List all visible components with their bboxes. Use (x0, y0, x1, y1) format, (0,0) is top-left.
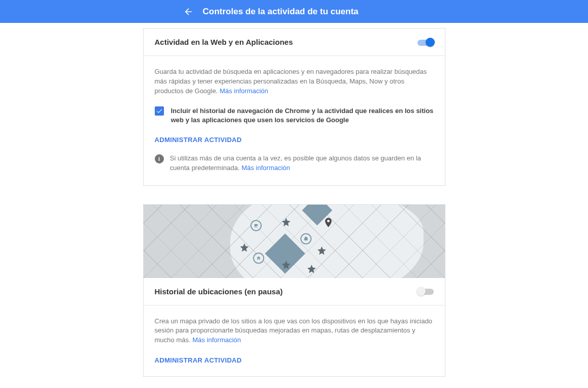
multi-account-note-link[interactable]: Más información (241, 164, 290, 172)
location-history-title: Historial de ubicaciones (en pausa) (155, 287, 283, 296)
map-illustration (144, 205, 445, 278)
multi-account-note-text: Si utilizas más de una cuenta a la vez, … (170, 154, 422, 172)
location-history-more-info-link[interactable]: Más información (192, 336, 241, 344)
location-history-header: Historial de ubicaciones (en pausa) (144, 278, 445, 306)
back-arrow-icon[interactable] (183, 7, 193, 17)
home-icon (253, 253, 264, 264)
web-activity-manage-link[interactable]: ADMINISTRAR ACTIVIDAD (155, 136, 434, 144)
web-activity-title: Actividad en la Web y en Aplicaciones (155, 38, 293, 46)
location-history-card: Historial de ubicaciones (en pausa) Crea… (143, 204, 445, 377)
web-activity-more-info-link[interactable]: Más información (219, 87, 268, 95)
web-activity-toggle[interactable] (417, 39, 434, 46)
web-activity-header: Actividad en la Web y en Aplicaciones (144, 29, 445, 56)
cup-icon (250, 220, 262, 231)
info-icon: i (155, 154, 164, 163)
web-activity-card: Actividad en la Web y en Aplicaciones Gu… (143, 28, 445, 186)
location-history-manage-link[interactable]: ADMINISTRAR ACTIVIDAD (155, 356, 434, 364)
location-history-toggle[interactable] (417, 288, 434, 295)
top-bar: Controles de la actividad de tu cuenta (0, 0, 588, 23)
web-activity-description: Guarda tu actividad de búsqueda en aplic… (155, 67, 434, 96)
bag-icon (300, 233, 312, 244)
multi-account-note: Si utilizas más de una cuenta a la vez, … (170, 154, 434, 173)
web-activity-description-text: Guarda tu actividad de búsqueda en aplic… (155, 68, 427, 95)
chrome-history-checkbox[interactable] (155, 106, 164, 116)
chrome-history-label: Incluir el historial de navegación de Ch… (171, 106, 434, 125)
map-pin-icon (323, 215, 334, 230)
location-history-description: Crea un mapa privado de los sitios a los… (155, 317, 434, 346)
page-title: Controles de la actividad de tu cuenta (203, 7, 358, 17)
